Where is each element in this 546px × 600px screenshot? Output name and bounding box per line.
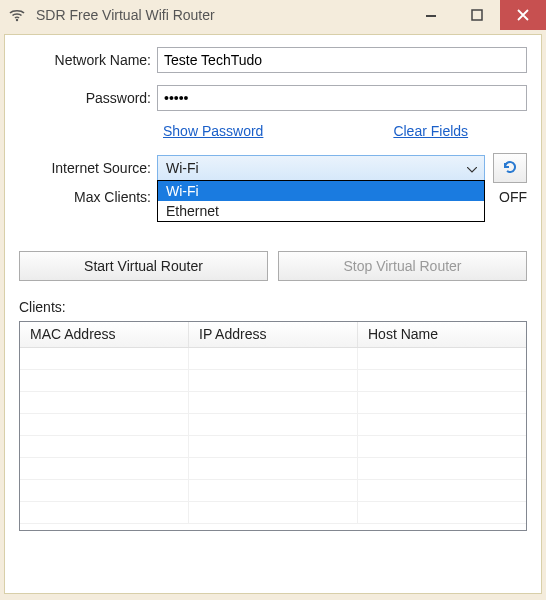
show-password-link[interactable]: Show Password: [163, 123, 263, 139]
svg-rect-1: [426, 15, 436, 17]
table-row: [20, 502, 526, 524]
dropdown-option-ethernet[interactable]: Ethernet: [158, 201, 484, 221]
clients-label: Clients:: [19, 299, 527, 315]
start-router-button[interactable]: Start Virtual Router: [19, 251, 268, 281]
password-input[interactable]: [157, 85, 527, 111]
clients-table: MAC Address IP Address Host Name: [19, 321, 527, 531]
dropdown-option-wifi[interactable]: Wi-Fi: [158, 181, 484, 201]
window-buttons: [408, 0, 546, 30]
table-row: [20, 436, 526, 458]
titlebar: SDR Free Virtual Wifi Router: [0, 0, 546, 30]
network-name-label: Network Name:: [19, 52, 157, 68]
refresh-icon: [501, 158, 519, 179]
network-name-input[interactable]: [157, 47, 527, 73]
col-mac[interactable]: MAC Address: [20, 322, 189, 347]
internet-source-label: Internet Source:: [19, 160, 157, 176]
app-frame: Network Name: Password: Show Password Cl…: [4, 34, 542, 594]
table-row: [20, 458, 526, 480]
status-off: OFF: [487, 189, 527, 205]
close-button[interactable]: [500, 0, 546, 30]
svg-rect-2: [472, 10, 482, 20]
maximize-button[interactable]: [454, 0, 500, 30]
col-host[interactable]: Host Name: [358, 322, 526, 347]
internet-source-dropdown: Wi-Fi Ethernet: [157, 180, 485, 222]
refresh-button[interactable]: [493, 153, 527, 183]
max-clients-label: Max Clients:: [19, 189, 157, 205]
clear-fields-link[interactable]: Clear Fields: [393, 123, 468, 139]
table-row: [20, 414, 526, 436]
table-row: [20, 370, 526, 392]
svg-point-0: [16, 19, 18, 21]
table-row: [20, 392, 526, 414]
window-title: SDR Free Virtual Wifi Router: [36, 7, 408, 23]
wifi-icon: [8, 6, 26, 24]
minimize-button[interactable]: [408, 0, 454, 30]
password-label: Password:: [19, 90, 157, 106]
table-row: [20, 480, 526, 502]
internet-source-value: Wi-Fi: [166, 160, 199, 176]
table-row: [20, 348, 526, 370]
clients-tbody: [20, 348, 526, 524]
chevron-down-icon: [464, 160, 480, 176]
stop-router-button: Stop Virtual Router: [278, 251, 527, 281]
col-ip[interactable]: IP Address: [189, 322, 358, 347]
internet-source-combo[interactable]: Wi-Fi: [157, 155, 485, 181]
